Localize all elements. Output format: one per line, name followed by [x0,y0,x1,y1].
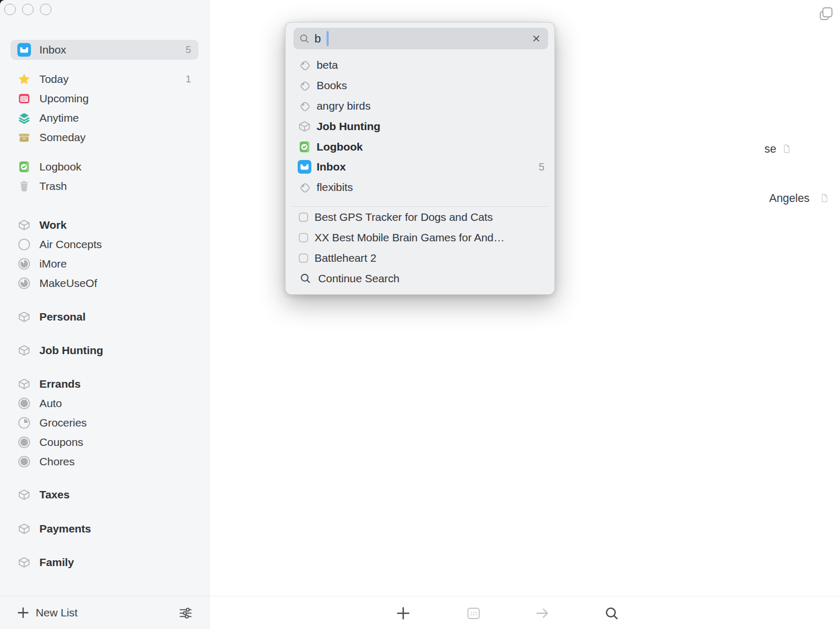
result-list-logbook[interactable]: Logbook [286,136,554,157]
sidebar-item-trash[interactable]: Trash [10,176,198,196]
sidebar-item-taxes[interactable]: Taxes [10,485,198,504]
result-tag-flexibits[interactable]: flexibits [286,177,554,198]
sidebar-item-today[interactable]: Today 1 [10,69,198,89]
result-area-job-hunting[interactable]: Job Hunting [286,116,554,136]
result-count: 5 [539,161,544,173]
result-label: Best GPS Tracker for Dogs and Cats [314,211,544,223]
sidebar-item-errands[interactable]: Errands [10,374,198,393]
sidebar-item-label: Air Concepts [39,238,191,251]
schedule-button[interactable] [465,605,482,622]
sidebar-item-inbox[interactable]: Inbox 5 [10,40,198,60]
list-settings-sliders-icon[interactable] [177,605,194,621]
project-progress-icon [17,435,31,449]
search-results-lists: beta Books angry birds Job Hunting Logbo… [286,55,554,198]
search-icon [604,605,620,621]
close-window-button[interactable] [4,4,16,15]
sidebar-item-work[interactable]: Work [10,215,198,234]
calendar-icon [17,92,31,105]
todo-title-fragment: Angeles [769,192,810,205]
sidebar-item-label: MakeUseOf [39,277,191,290]
sidebar-item-someday[interactable]: Someday [10,127,198,147]
sidebar-item-label: Coupons [39,436,191,449]
search-field [293,28,548,49]
minimize-window-button[interactable] [22,4,34,15]
sidebar-item-groceries[interactable]: Groceries [10,413,198,432]
result-tag-books[interactable]: Books [286,76,554,96]
close-icon [531,33,542,44]
project-progress-icon [17,455,31,468]
results-divider [292,206,548,207]
sidebar-item-job-hunting[interactable]: Job Hunting [10,340,198,360]
new-list-button[interactable]: New List [16,606,78,620]
multiple-windows-icon[interactable] [817,5,835,23]
area-box-icon [17,556,31,569]
sidebar-item-anytime[interactable]: Anytime [10,108,198,127]
area-box-icon [17,377,31,391]
sidebar-item-label: Errands [39,378,191,390]
calendar-icon [466,605,481,621]
search-popup: beta Books angry birds Job Hunting Logbo… [285,22,555,295]
clear-search-button[interactable] [531,33,542,44]
logbook-icon [17,160,31,174]
sidebar-item-makeuseof[interactable]: MakeUseOf [10,273,198,293]
sidebar-item-auto[interactable]: Auto [10,393,198,413]
inbox-icon [298,160,311,174]
result-label: angry birds [317,100,544,112]
result-label: beta [317,59,544,71]
tag-icon [298,58,311,72]
sidebar-footer: New List [0,596,208,629]
search-results-todos: Best GPS Tracker for Dogs and Cats XX Be… [286,207,554,289]
bottom-toolbar [210,596,840,629]
sidebar-item-logbook[interactable]: Logbook [10,157,198,176]
result-todo[interactable]: Best GPS Tracker for Dogs and Cats [286,207,554,228]
sidebar-item-label: Upcoming [39,92,191,105]
tag-icon [298,180,311,194]
project-progress-icon [17,397,31,410]
result-label: flexibits [317,181,544,194]
result-label: Job Hunting [317,120,544,133]
item-count: 5 [186,44,191,56]
area-box-icon [17,488,31,502]
result-todo[interactable]: Battleheart 2 [286,248,554,269]
sidebar-item-label: Taxes [39,488,191,501]
result-tag-beta[interactable]: beta [286,55,554,76]
area-box-icon [298,120,311,133]
plus-icon [395,605,411,621]
search-input[interactable] [293,28,548,49]
sidebar-item-air-concepts[interactable]: Air Concepts [10,234,198,254]
star-icon [17,72,31,86]
result-todo[interactable]: XX Best Mobile Brain Games for And… [286,228,554,248]
result-list-inbox[interactable]: Inbox 5 [286,157,554,177]
sidebar-item-label: Personal [39,311,191,323]
result-label: XX Best Mobile Brain Games for And… [314,231,544,244]
todo-checkbox-icon [298,252,309,264]
sidebar-item-upcoming[interactable]: Upcoming [10,89,198,108]
project-progress-icon [17,416,31,430]
search-button[interactable] [603,605,620,622]
continue-search-button[interactable]: Continue Search [286,268,554,289]
new-list-label: New List [36,606,78,619]
sidebar-item-payments[interactable]: Payments [10,519,198,538]
sidebar-item-label: Today [39,73,182,86]
new-todo-button[interactable] [395,605,412,622]
project-progress-icon [17,257,31,271]
area-box-icon [17,344,31,357]
sidebar-item-coupons[interactable]: Coupons [10,432,198,452]
sidebar-item-label: Inbox [39,44,182,56]
area-box-icon [17,310,31,324]
move-button[interactable] [534,605,551,622]
text-caret [327,31,329,46]
sidebar-item-chores[interactable]: Chores [10,452,198,471]
sidebar-item-personal[interactable]: Personal [10,307,198,326]
project-progress-icon [17,276,31,290]
sidebar-item-imore[interactable]: iMore [10,254,198,273]
sidebar-item-family[interactable]: Family [10,552,198,572]
sidebar-item-label: Auto [39,397,191,410]
zoom-window-button[interactable] [40,4,51,15]
result-label: Logbook [317,141,544,153]
project-circle-icon [17,238,31,251]
inbox-icon [17,43,31,57]
sidebar-item-label: Groceries [39,417,191,429]
tag-icon [298,79,311,92]
result-tag-angry-birds[interactable]: angry birds [286,96,554,116]
